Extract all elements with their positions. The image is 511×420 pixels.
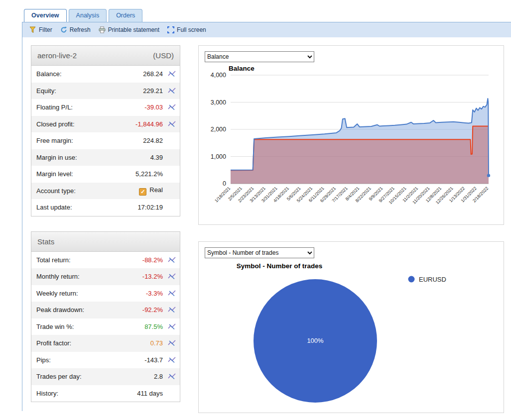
row-label: Profit factor:: [36, 339, 150, 347]
chart-edit-icon[interactable]: [165, 307, 176, 313]
table-row: Trade win %:87.5%: [31, 318, 180, 335]
pie-slice-label: 100%: [307, 337, 324, 344]
row-value: -39.03: [144, 104, 163, 111]
row-value: 268.24: [143, 70, 163, 78]
chart-edit-icon[interactable]: [165, 257, 176, 263]
row-label: Weekly return:: [36, 290, 146, 297]
filter-button[interactable]: Filter: [29, 26, 52, 33]
row-value: 0.73: [150, 339, 163, 347]
fullscreen-button[interactable]: Full screen: [167, 26, 206, 33]
chart-edit-icon[interactable]: [165, 290, 176, 297]
row-value: 5,221.2%: [135, 170, 163, 178]
tab-orders[interactable]: Orders: [109, 9, 142, 22]
refresh-button[interactable]: Refresh: [60, 26, 91, 33]
table-row: Balance:268.24: [31, 66, 180, 83]
row-label: Trade win %:: [36, 323, 144, 330]
row-value: -13.2%: [142, 273, 163, 280]
tab-bar: Overview Analysis Orders: [22, 0, 511, 22]
table-row: History:411 days: [31, 385, 180, 402]
row-value: 2.8: [154, 373, 163, 380]
row-label: Margin in use:: [36, 154, 150, 161]
real-account-checkbox-icon: ✓: [139, 188, 146, 196]
filter-label: Filter: [39, 26, 52, 33]
table-row: Profit factor:0.73: [31, 335, 180, 352]
chart-edit-icon[interactable]: [165, 357, 176, 363]
symbol-pie-chart: Symbol - Number of trades100%EURUSD: [205, 260, 496, 408]
pie-chart-title: Symbol - Number of trades: [237, 262, 323, 270]
table-row: Equity:229.21: [31, 83, 180, 100]
balance-chart-box: 01,0002,0003,0004,0001/18/20212/5/20212/…: [205, 64, 498, 221]
toolbar: Filter Refresh Printable statement Full …: [22, 22, 511, 37]
table-row: Margin level:5,221.2%: [31, 166, 180, 183]
balance-chart: 01,0002,0003,0004,0001/18/20212/5/20212/…: [205, 64, 496, 219]
table-row: Trades per day:2.8: [31, 368, 180, 385]
row-label: Free margin:: [36, 137, 143, 144]
balance-metric-select[interactable]: Balance: [205, 51, 314, 62]
row-label: Peak drawdown:: [36, 306, 142, 314]
refresh-label: Refresh: [70, 26, 91, 33]
table-row: Floating P/L:-39.03: [31, 99, 180, 116]
row-label: Equity:: [36, 87, 143, 95]
row-label: Floating P/L:: [36, 104, 144, 111]
row-label: Total return:: [36, 256, 142, 264]
left-column: aeron-live-2 (USD) Balance:268.24Equity:…: [31, 45, 180, 413]
row-label: Monthly return:: [36, 273, 142, 280]
balance-chart-title: Balance: [229, 65, 255, 72]
stats-panel: Stats Total return:-88.2%Monthly return:…: [31, 231, 180, 403]
row-label: History:: [36, 390, 137, 397]
main-area: Filter Refresh Printable statement Full …: [22, 22, 511, 411]
symbol-metric-select[interactable]: Symbol - Number of trades: [205, 247, 314, 258]
printable-statement-button[interactable]: Printable statement: [99, 26, 159, 33]
row-value: -1,844.96: [135, 120, 163, 128]
row-value: 224.82: [143, 137, 163, 144]
svg-text:1/18/2021: 1/18/2021: [214, 186, 231, 203]
row-label: Account type:: [36, 187, 139, 195]
chart-edit-icon[interactable]: [165, 340, 176, 346]
table-row: Pips:-143.7: [31, 352, 180, 369]
row-value: 4.39: [150, 154, 163, 161]
table-row: Account type:✓Real: [31, 183, 180, 200]
row-label: Trades per day:: [36, 373, 154, 380]
table-row: Weekly return:-3.3%: [31, 285, 180, 302]
stats-title: Stats: [37, 237, 54, 246]
chart-edit-icon[interactable]: [165, 323, 176, 330]
row-label: Pips:: [36, 356, 144, 364]
content: aeron-live-2 (USD) Balance:268.24Equity:…: [22, 37, 511, 413]
right-column: Balance 01,0002,0003,0004,0001/18/20212/…: [198, 45, 504, 413]
refresh-icon: [60, 26, 67, 33]
table-row: Last update:17:02:19: [31, 199, 180, 216]
row-label: Balance:: [36, 70, 143, 78]
tab-overview[interactable]: Overview: [24, 9, 67, 22]
row-value: 17:02:19: [137, 204, 163, 211]
chart-edit-icon[interactable]: [165, 273, 176, 280]
row-value: ✓Real: [139, 186, 163, 196]
chart-edit-icon[interactable]: [165, 373, 176, 380]
account-currency: (USD): [153, 51, 174, 60]
chart-edit-icon[interactable]: [165, 71, 176, 77]
row-value: -92.2%: [142, 306, 163, 314]
tab-analysis[interactable]: Analysis: [69, 9, 107, 22]
stats-panel-header: Stats: [31, 232, 180, 252]
fullscreen-label: Full screen: [177, 26, 206, 33]
symbol-chart-box: Symbol - Number of trades100%EURUSD: [205, 260, 498, 410]
row-value: -143.7: [144, 356, 163, 364]
fullscreen-icon: [167, 26, 174, 33]
printer-icon: [99, 26, 106, 33]
filter-icon: [29, 26, 36, 33]
chart-edit-icon[interactable]: [165, 121, 176, 127]
account-rows: Balance:268.24Equity:229.21Floating P/L:…: [31, 66, 180, 216]
row-value: -3.3%: [146, 290, 163, 297]
svg-text:0: 0: [223, 180, 226, 187]
chart-edit-icon[interactable]: [165, 88, 176, 94]
printable-statement-label: Printable statement: [108, 26, 159, 33]
svg-text:2,000: 2,000: [211, 126, 226, 133]
row-value: 229.21: [143, 87, 163, 95]
chart-edit-icon[interactable]: [165, 104, 176, 110]
table-row: Margin in use:4.39: [31, 149, 180, 166]
svg-text:4,000: 4,000: [211, 72, 226, 79]
account-name: aeron-live-2: [37, 51, 77, 60]
svg-text:3,000: 3,000: [211, 99, 226, 106]
svg-text:1,000: 1,000: [211, 153, 226, 160]
account-panel: aeron-live-2 (USD) Balance:268.24Equity:…: [31, 45, 180, 216]
row-value: 87.5%: [144, 323, 163, 330]
